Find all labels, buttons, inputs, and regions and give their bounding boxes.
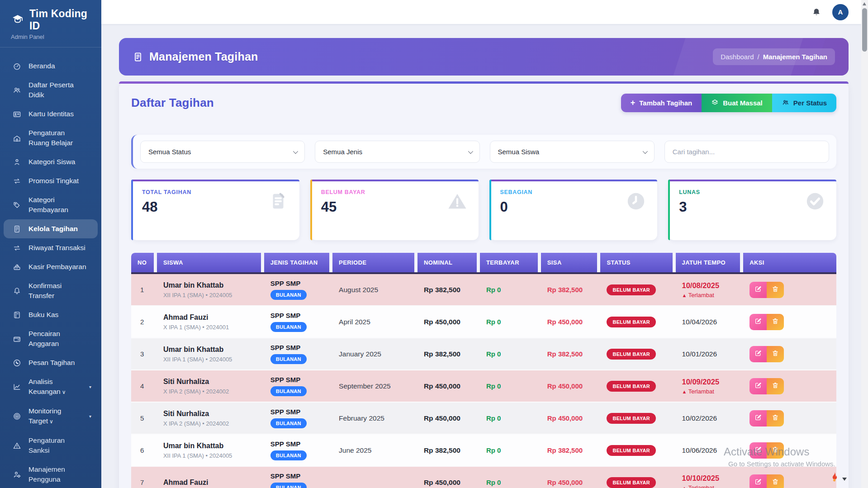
jatuh-tempo-cell: 10/09/2025▲ Terlambat: [676, 378, 744, 395]
warning-icon: ▲: [682, 389, 687, 394]
student-name: Umar bin Khattab: [163, 346, 264, 354]
edit-icon: [754, 382, 762, 390]
sidebar-item-kartu-identitas[interactable]: Kartu Identitas: [0, 104, 101, 123]
sidebar-item-promosi-tingkat[interactable]: Promosi Tingkat: [0, 171, 101, 190]
delete-button[interactable]: [767, 346, 784, 362]
edit-icon: [754, 317, 762, 326]
sidebar-item-monitoring-target[interactable]: Monitoring Target∨▾: [0, 402, 101, 431]
sidebar-item-buku-kas[interactable]: Buku Kas: [0, 305, 101, 324]
bulanan-badge: BULANAN: [270, 354, 307, 364]
sidebar-item-pesan-tagihan[interactable]: Pesan Tagihan: [0, 353, 101, 372]
per-status-button[interactable]: Per Status: [772, 94, 836, 112]
sidebar-item-label: Buku Kas: [28, 310, 58, 320]
edit-button[interactable]: [749, 282, 767, 298]
stat-label: LUNAS: [679, 189, 700, 195]
edit-button[interactable]: [749, 442, 767, 459]
brand-title: Tim Koding ID: [29, 8, 95, 32]
status-badge: BELUM BAYAR: [607, 349, 656, 360]
jenis-name: SPP SMP: [270, 280, 332, 287]
sidebar-item-label: Promosi Tingkat: [28, 176, 79, 186]
avatar[interactable]: A: [832, 4, 849, 20]
edit-button[interactable]: [749, 474, 767, 488]
main-content: Manajemen Tagihan Dashboard / Manajemen …: [101, 24, 861, 488]
column-header-aksi: AKSI: [743, 253, 836, 272]
row-number: 6: [131, 446, 157, 454]
delete-button[interactable]: [767, 314, 784, 330]
scrollbar-up-arrow[interactable]: [863, 2, 866, 5]
siswa-filter-select[interactable]: Semua Siswa: [490, 141, 655, 163]
sidebar-item-daftar-peserta-didik[interactable]: Daftar Peserta Didik: [0, 76, 101, 104]
periode-cell: June 2025: [332, 446, 417, 455]
sisa-cell: Rp 382,500: [541, 350, 601, 358]
scrollbar-thumb[interactable]: [862, 8, 867, 52]
tambah-tagihan-button[interactable]: + Tambah Tagihan: [621, 94, 702, 112]
delete-button[interactable]: [767, 474, 784, 488]
sidebar-item-pengaturan-sanksi[interactable]: Pengaturan Sanksi: [0, 431, 101, 460]
sisa-cell: Rp 382,500: [541, 286, 601, 294]
sidebar-item-analisis-keuangan[interactable]: Analisis Keuangan∨▾: [0, 372, 101, 402]
table-row: 2Ahmad FauziX IPA 1 (SMA) • 2024001SPP S…: [131, 306, 836, 338]
sidebar-item-pengaturan-ruang-belajar[interactable]: Pengaturan Ruang Belajar: [0, 123, 101, 152]
sidebar-item-kasir-pembayaran[interactable]: Kasir Pembayaran: [0, 257, 101, 276]
sidebar-item-kategori-siswa[interactable]: Kategori Siswa: [0, 152, 101, 171]
sidebar-item-beranda[interactable]: Beranda: [0, 57, 101, 76]
trash-icon: [772, 382, 779, 390]
delete-button[interactable]: [767, 282, 784, 298]
student-name: Umar bin Khattab: [163, 281, 264, 289]
edit-button[interactable]: [749, 346, 767, 362]
edit-button[interactable]: [749, 378, 767, 394]
stat-card-lunas: LUNAS3: [668, 180, 836, 240]
status-filter-select[interactable]: Semua Status: [140, 141, 305, 163]
status-cell: BELUM BAYAR: [600, 284, 675, 295]
page-header-banner: Manajemen Tagihan Dashboard / Manajemen …: [119, 38, 849, 76]
breadcrumb-parent[interactable]: Dashboard: [721, 53, 754, 61]
jatuh-tempo-cell: 10/08/2025▲ Terlambat: [676, 281, 744, 298]
siswa-cell: Siti NurhalizaX IPA 2 (SMA) • 2024002: [157, 410, 264, 427]
due-date: 10/10/2025: [682, 474, 744, 483]
sidebar-item-label: Kasir Pembayaran: [28, 262, 86, 272]
jenis-filter-select[interactable]: Semua Jenis: [315, 141, 479, 163]
delete-button[interactable]: [767, 410, 784, 426]
bell-icon[interactable]: [811, 7, 821, 17]
jatuh-tempo-cell: 10/02/2026: [676, 414, 744, 422]
sisa-cell: Rp 450,000: [541, 479, 601, 486]
bulanan-badge: BULANAN: [270, 290, 307, 300]
siswa-cell: Siti NurhalizaX IPA 2 (SMA) • 2024002: [157, 378, 264, 395]
stat-value: 48: [142, 199, 191, 215]
delete-button[interactable]: [767, 378, 784, 394]
bullseye-icon: [13, 412, 22, 421]
vertical-scrollbar[interactable]: [861, 0, 868, 488]
sidebar-item-label: Kelola Tagihan: [28, 224, 78, 234]
sidebar-item-kategori-pembayaran[interactable]: Kategori Pembayaran: [0, 190, 101, 219]
delete-button[interactable]: [767, 442, 784, 459]
edit-button[interactable]: [749, 314, 767, 330]
caret-down-icon[interactable]: [842, 478, 847, 481]
sidebar-item-pencairan-anggaran[interactable]: Pencairan Anggaran: [0, 324, 101, 353]
student-name: Umar bin Khattab: [163, 442, 264, 450]
student-name: Ahmad Fauzi: [163, 479, 264, 487]
table-row: 1Umar bin KhattabXII IPA 1 (SMA) • 20240…: [131, 274, 836, 306]
filter-bar: Semua Status Semua Jenis Semua Siswa: [131, 135, 836, 169]
chevron-down-icon: ∨: [49, 418, 53, 425]
edit-button[interactable]: [749, 410, 767, 426]
trash-icon: [772, 446, 779, 455]
sidebar-item-konfirmasi-transfer[interactable]: Konfirmasi Transfer: [0, 276, 101, 305]
nominal-cell: Rp 382,500: [417, 446, 480, 455]
periode-cell: August 2025: [332, 286, 417, 294]
search-input[interactable]: [673, 148, 821, 156]
caret-down-icon: ▾: [89, 384, 97, 389]
aksi-cell: [743, 442, 836, 459]
sisa-cell: Rp 450,000: [541, 414, 601, 422]
buat-massal-button[interactable]: Buat Massal: [702, 94, 772, 112]
status-cell: BELUM BAYAR: [600, 349, 675, 360]
jenis-name: SPP SMP: [270, 472, 332, 480]
sidebar-item-riwayat-transaksi[interactable]: Riwayat Transaksi: [0, 238, 101, 257]
plus-icon: +: [631, 98, 636, 108]
sidebar-item-label: Manajemen Pengguna: [28, 464, 87, 484]
jenis-cell: SPP SMPBULANAN: [264, 344, 332, 364]
file-invoice-icon: [133, 52, 143, 62]
sidebar-item-manajemen-pengguna[interactable]: Manajemen Pengguna: [0, 460, 101, 488]
student-name: Ahmad Fauzi: [163, 313, 264, 322]
bulanan-badge: BULANAN: [270, 322, 307, 332]
sidebar-item-kelola-tagihan[interactable]: Kelola Tagihan: [4, 219, 98, 238]
